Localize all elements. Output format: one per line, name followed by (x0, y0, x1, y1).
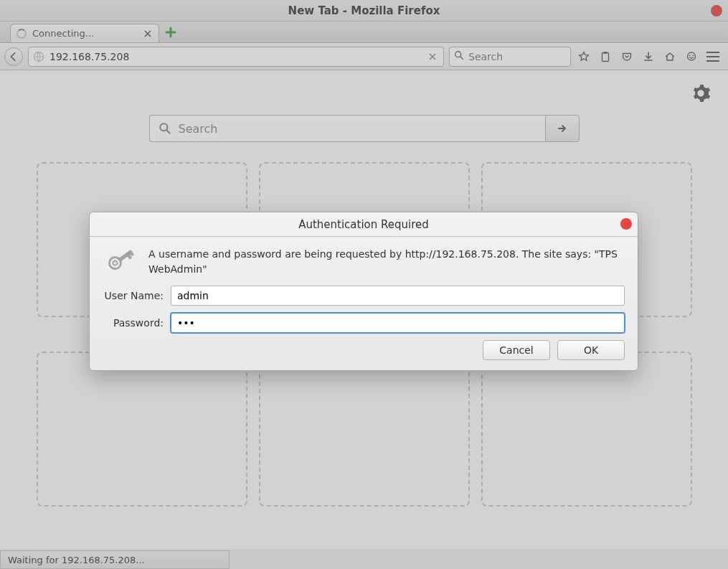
cancel-button[interactable]: Cancel (483, 340, 550, 360)
dialog-titlebar: Authentication Required (90, 212, 638, 237)
auth-dialog: Authentication Required A username and p… (89, 212, 638, 371)
ok-button[interactable]: OK (557, 340, 625, 360)
password-input[interactable] (171, 313, 625, 333)
username-input[interactable] (171, 286, 625, 306)
dialog-close-button[interactable] (620, 218, 632, 230)
dialog-message: A username and password are being reques… (148, 245, 625, 277)
dialog-title: Authentication Required (298, 218, 429, 231)
username-label: User Name: (103, 290, 164, 301)
svg-point-9 (112, 260, 118, 265)
password-label: Password: (103, 317, 164, 329)
key-icon (103, 245, 137, 277)
